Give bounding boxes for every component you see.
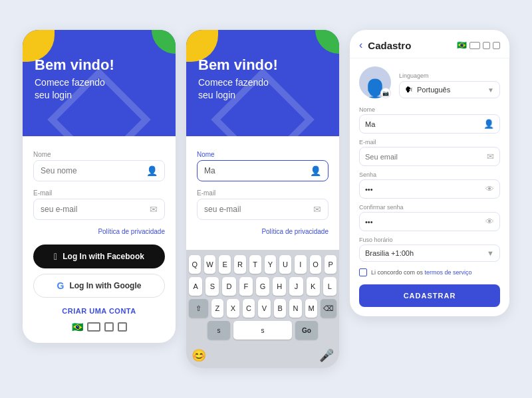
keyboard-rows: Q W E R T Y U I O P A S D F G — [186, 250, 339, 346]
cad-fuso-group: Fuso horário Brasilia +1:00h ▼ — [359, 237, 500, 262]
cad-eye-icon[interactable]: 👁 — [485, 184, 494, 194]
timezone-select[interactable]: Brasilia +1:00h ▼ — [359, 245, 500, 262]
bottom-icons-row: 🇧🇷 — [33, 322, 165, 332]
key-d[interactable]: D — [222, 277, 235, 296]
keyboard-row-3: ⇧ Z X C V B N M ⌫ — [189, 299, 336, 318]
key-backspace[interactable]: ⌫ — [321, 299, 336, 318]
cad-confirmar-group: Confirmar senha 👁 — [359, 204, 500, 231]
key-a[interactable]: A — [189, 277, 202, 296]
language-select[interactable]: 🗣 Português ▼ — [399, 81, 500, 98]
key-e[interactable]: E — [219, 255, 231, 274]
facebook-btn-label: Log In with Facebook — [63, 252, 144, 261]
avatar-language-row: 👤 📷 Linguagem 🗣 Português ▼ — [359, 66, 500, 98]
create-account-link[interactable]: CRIAR UMA CONTA — [33, 307, 165, 315]
terms-checkbox[interactable] — [359, 268, 367, 276]
email-input-wrap: ✉ — [33, 199, 165, 220]
key-f[interactable]: F — [239, 277, 253, 296]
cad-fuso-label: Fuso horário — [359, 237, 500, 243]
key-x[interactable]: X — [227, 299, 239, 318]
camera-button[interactable]: 📷 — [380, 88, 391, 98]
key-special-s[interactable]: s — [207, 321, 230, 340]
keyboard-bottom-bar: 😊 🎤 — [186, 346, 339, 368]
screen3-cadastro: ‹ Cadastro 🇧🇷 👤 📷 — [350, 30, 509, 316]
header-square-icon-2 — [493, 42, 500, 49]
screen2-email-wrap: ✉ — [197, 199, 329, 220]
key-w[interactable]: W — [204, 255, 216, 274]
timezone-chevron-icon: ▼ — [487, 249, 494, 257]
screen2-email-label: E-mail — [197, 189, 329, 197]
google-g-icon: G — [57, 280, 65, 291]
terms-link[interactable]: termos de serviço — [425, 269, 472, 276]
key-o[interactable]: O — [310, 255, 322, 274]
header-icons-row: 🇧🇷 — [457, 41, 500, 50]
key-c[interactable]: C — [243, 299, 255, 318]
cad-confirmar-input[interactable] — [365, 218, 485, 226]
square-icon-2 — [118, 322, 127, 332]
key-i[interactable]: I — [295, 255, 307, 274]
key-k[interactable]: K — [307, 277, 320, 296]
key-b[interactable]: B — [274, 299, 287, 318]
back-button[interactable]: ‹ — [359, 39, 362, 51]
key-space[interactable]: s — [233, 321, 292, 340]
key-shift[interactable]: ⇧ — [189, 299, 208, 318]
cad-confirmar-eye-icon[interactable]: 👁 — [485, 217, 494, 227]
cad-nome-input[interactable] — [365, 120, 483, 128]
key-s[interactable]: S — [205, 277, 219, 296]
key-l[interactable]: L — [323, 277, 336, 296]
screen2-body: Nome 👤 E-mail ✉ Política de privacidade — [186, 136, 339, 250]
cad-nome-label: Nome — [359, 106, 500, 113]
cad-senha-wrap: 👁 — [359, 179, 500, 199]
screen2-login-keyboard: Bem vindo! Comece fazendo seu login Nome… — [186, 30, 339, 368]
key-r[interactable]: R — [234, 255, 246, 274]
emoji-icon[interactable]: 😊 — [192, 348, 206, 363]
screen1-welcome-title: Bem vindo! — [35, 56, 164, 74]
flag-brazil-icon: 🇧🇷 — [72, 322, 83, 332]
key-u[interactable]: U — [279, 255, 291, 274]
key-go[interactable]: Go — [295, 321, 318, 340]
cadastrar-button[interactable]: CADASTRAR — [359, 284, 500, 307]
nome-input[interactable] — [41, 166, 144, 175]
nome-input-wrap: 👤 — [33, 160, 165, 181]
key-j[interactable]: J — [289, 277, 303, 296]
screen2-nome-group: Nome 👤 — [197, 151, 329, 181]
cad-nome-group: Nome 👤 — [359, 106, 500, 134]
cad-email-input[interactable] — [365, 153, 487, 161]
header-square-icon-1 — [483, 42, 490, 49]
email-label: E-mail — [33, 189, 165, 197]
cad-senha-input[interactable] — [365, 185, 485, 193]
screen2-email-input[interactable] — [204, 205, 311, 214]
key-q[interactable]: Q — [189, 255, 201, 274]
cad-confirmar-label: Confirmar senha — [359, 204, 500, 211]
cadastro-body: 👤 📷 Linguagem 🗣 Português ▼ — [350, 58, 509, 316]
google-login-button[interactable]: G Log In with Google — [33, 274, 165, 298]
screen2-welcome-title: Bem vindo! — [198, 56, 327, 74]
key-p[interactable]: P — [325, 255, 336, 274]
key-n[interactable]: N — [289, 299, 302, 318]
key-v[interactable]: V — [258, 299, 271, 318]
key-y[interactable]: Y — [265, 255, 277, 274]
square-icon-1 — [104, 322, 114, 332]
lang-chevron-icon: ▼ — [487, 86, 494, 94]
mic-icon[interactable]: 🎤 — [319, 348, 334, 363]
screen2-privacy-link[interactable]: Política de privacidade — [197, 228, 329, 235]
google-btn-label: Log In with Google — [69, 281, 141, 290]
terms-text: Li concordo com os termos de serviço — [371, 269, 472, 276]
cad-email-group: E-mail ✉ — [359, 139, 500, 166]
key-z[interactable]: Z — [211, 299, 224, 318]
key-h[interactable]: H — [273, 277, 286, 296]
cad-email-wrap: ✉ — [359, 147, 500, 166]
key-g[interactable]: G — [256, 277, 269, 296]
rect-icon-1 — [87, 322, 100, 332]
header-rect-icon — [469, 42, 480, 49]
cad-mail-icon: ✉ — [487, 151, 494, 161]
key-t[interactable]: T — [249, 255, 261, 274]
avatar-section: 👤 📷 — [359, 66, 391, 98]
cad-person-icon: 👤 — [483, 119, 494, 129]
screen2-nome-input[interactable] — [204, 166, 307, 175]
apple-icon:  — [54, 251, 57, 262]
email-input[interactable] — [41, 205, 147, 214]
privacy-link[interactable]: Política de privacidade — [33, 228, 165, 235]
keyboard-row-4: s s Go — [189, 321, 336, 340]
facebook-login-button[interactable]:  Log In with Facebook — [33, 245, 165, 268]
key-m[interactable]: M — [305, 299, 318, 318]
